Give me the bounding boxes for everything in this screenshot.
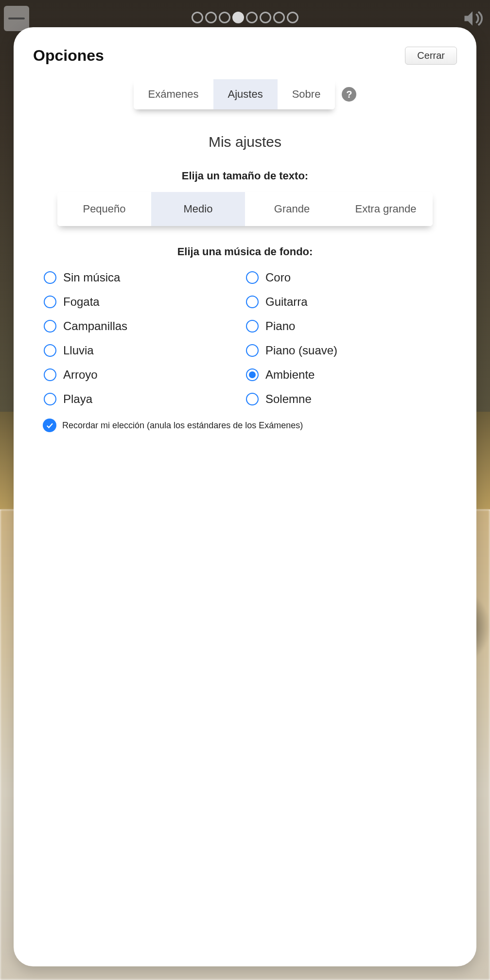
text-size-option[interactable]: Grande <box>245 192 339 226</box>
music-radio-item[interactable]: Guitarra <box>245 293 447 311</box>
page-title: Opciones <box>33 47 104 65</box>
text-size-option[interactable]: Extra grande <box>339 192 433 226</box>
radio-icon <box>246 393 259 405</box>
radio-icon <box>44 368 56 381</box>
pager-dot[interactable] <box>273 12 285 23</box>
speaker-icon <box>462 8 483 29</box>
question-icon: ? <box>346 89 352 100</box>
music-radio-item[interactable]: Arroyo <box>43 366 245 384</box>
music-radio-label: Coro <box>265 271 291 284</box>
pager-dot[interactable] <box>232 12 244 23</box>
text-size-segmented: PequeñoMedioGrandeExtra grande <box>57 192 433 226</box>
checkbox-checked-icon <box>43 419 56 432</box>
music-radio-item[interactable]: Piano (suave) <box>245 342 447 359</box>
music-radio-label: Piano (suave) <box>265 344 337 357</box>
music-radio-item[interactable]: Lluvia <box>43 342 245 359</box>
music-radio-item[interactable]: Playa <box>43 390 245 408</box>
radio-icon <box>44 296 56 308</box>
hamburger-icon <box>8 18 25 19</box>
radio-icon <box>44 344 56 357</box>
pager-dot[interactable] <box>192 12 203 23</box>
page-indicator <box>192 12 298 23</box>
radio-icon <box>44 271 56 284</box>
music-radio-item[interactable]: Solemne <box>245 390 447 408</box>
music-radio-item[interactable]: Sin música <box>43 269 245 286</box>
radio-icon <box>246 344 259 357</box>
radio-icon <box>246 296 259 308</box>
pager-dot[interactable] <box>287 12 298 23</box>
music-radio-label: Ambiente <box>265 368 315 382</box>
music-radio-item[interactable]: Campanillas <box>43 317 245 335</box>
music-label: Elija una música de fondo: <box>28 245 462 258</box>
tab-sobre[interactable]: Sobre <box>278 79 335 109</box>
tab-exámenes[interactable]: Exámenes <box>134 79 213 109</box>
text-size-option[interactable]: Pequeño <box>57 192 151 226</box>
pager-dot[interactable] <box>205 12 217 23</box>
section-title: Mis ajustes <box>28 134 462 150</box>
tab-ajustes[interactable]: Ajustes <box>213 79 278 109</box>
radio-icon <box>246 320 259 332</box>
music-radio-item[interactable]: Fogata <box>43 293 245 311</box>
options-panel: Opciones Cerrar ExámenesAjustesSobre ? M… <box>14 27 476 966</box>
text-size-option[interactable]: Medio <box>151 192 245 226</box>
music-radio-item[interactable]: Ambiente <box>245 366 447 384</box>
music-radio-label: Fogata <box>63 295 100 309</box>
help-button[interactable]: ? <box>342 87 356 102</box>
sound-button[interactable] <box>460 6 485 31</box>
music-radio-group: Sin músicaCoroFogataGuitarraCampanillasP… <box>43 269 447 408</box>
pager-dot[interactable] <box>219 12 230 23</box>
music-radio-label: Playa <box>63 392 92 406</box>
music-radio-item[interactable]: Piano <box>245 317 447 335</box>
music-radio-label: Sin música <box>63 271 120 284</box>
text-size-label: Elija un tamaño de texto: <box>28 170 462 182</box>
radio-icon <box>246 271 259 284</box>
menu-button[interactable] <box>4 6 29 31</box>
music-radio-label: Piano <box>265 319 295 333</box>
music-radio-label: Solemne <box>265 392 312 406</box>
radio-icon <box>44 320 56 332</box>
remember-choice-row[interactable]: Recordar mi elección (anula los estándar… <box>43 419 447 432</box>
tabs: ExámenesAjustesSobre <box>134 79 335 109</box>
pager-dot[interactable] <box>246 12 258 23</box>
radio-selected-icon <box>246 368 259 381</box>
remember-choice-label: Recordar mi elección (anula los estándar… <box>62 420 303 431</box>
music-radio-label: Guitarra <box>265 295 308 309</box>
close-button[interactable]: Cerrar <box>405 47 457 65</box>
music-radio-label: Campanillas <box>63 319 127 333</box>
music-radio-label: Lluvia <box>63 344 94 357</box>
music-radio-item[interactable]: Coro <box>245 269 447 286</box>
pager-dot[interactable] <box>260 12 271 23</box>
music-radio-label: Arroyo <box>63 368 98 382</box>
radio-icon <box>44 393 56 405</box>
